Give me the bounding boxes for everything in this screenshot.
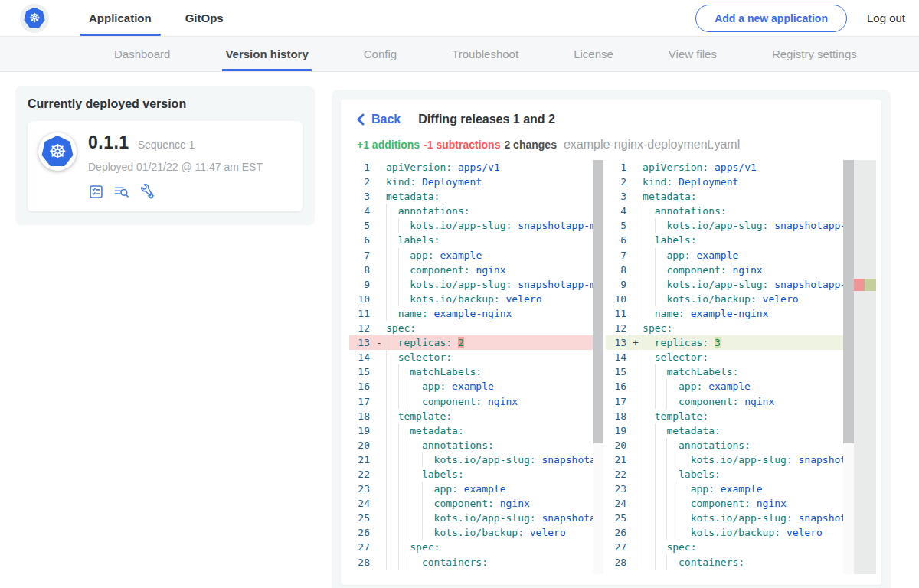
diff-stats: +1 additions -1 subtractions 2 changes e… (357, 138, 876, 152)
code-line: 26kots.io/backup: velero (349, 525, 603, 540)
code-line: 16app: example (349, 379, 603, 394)
subnav-item-version-history[interactable]: Version history (222, 37, 311, 71)
deployed-version-tile: ☸ 0.1.1 Sequence 1 Deployed 01/21/22 @ 1… (28, 121, 303, 211)
code-line: 2kind: Deployment (606, 175, 876, 189)
code-line: 1apiVersion: apps/v1 (606, 160, 876, 175)
code-line: 19metadata: (606, 423, 876, 438)
code-line: 17component: nginx (606, 394, 876, 409)
edit-config-icon[interactable] (139, 183, 155, 200)
code-line: 26kots.io/backup: velero (606, 525, 876, 540)
logout-link[interactable]: Log out (867, 11, 905, 24)
code-line: 25kots.io/app-slug: snapshotap (606, 511, 876, 525)
code-line: 3metadata: (349, 189, 603, 204)
version-number: 0.1.1 (88, 132, 129, 153)
code-line: 8component: nginx (349, 263, 603, 277)
subnav-item-config[interactable]: Config (361, 37, 400, 71)
code-line: 21kots.io/app-slug: snapshotap (606, 452, 876, 467)
code-line: 14selector: (349, 350, 603, 364)
code-line: 27spec: (349, 540, 603, 554)
code-line: 19metadata: (349, 423, 603, 438)
subnav-item-dashboard[interactable]: Dashboard (111, 37, 173, 71)
code-line: 21kots.io/app-slug: snapshotap (349, 452, 603, 467)
diff-editor: 1apiVersion: apps/v12kind: Deployment3me… (349, 160, 876, 574)
code-line: 12spec: (349, 321, 603, 335)
code-line: 3metadata: (606, 189, 876, 204)
code-line: 22labels: (606, 467, 876, 482)
code-line: 1apiVersion: apps/v1 (349, 160, 603, 175)
code-line: 4annotations: (606, 204, 876, 218)
subnav-item-license[interactable]: License (571, 37, 616, 71)
code-line: 28containers: (606, 555, 876, 570)
deployed-timestamp: Deployed 01/21/22 @ 11:47 am EST (88, 161, 263, 173)
subnav-item-troubleshoot[interactable]: Troubleshoot (449, 37, 522, 71)
deployed-card-title: Currently deployed version (28, 97, 303, 111)
code-line: 4annotations: (349, 204, 603, 218)
code-line: 14selector: (606, 350, 876, 364)
code-line: 16app: example (606, 379, 876, 394)
scrollbar-thumb[interactable] (593, 160, 603, 443)
code-line: 7app: example (606, 248, 876, 263)
diff-pane-original[interactable]: 1apiVersion: apps/v12kind: Deployment3me… (349, 160, 603, 574)
ruler-deletion-marker (854, 279, 865, 291)
diff-pane-modified[interactable]: 1apiVersion: apps/v12kind: Deployment3me… (606, 160, 876, 574)
diff-title: Diffing releases 1 and 2 (418, 113, 555, 126)
code-line: 5kots.io/app-slug: snapshotapp-mu (606, 218, 876, 233)
code-line: 17component: nginx (349, 394, 603, 409)
additions-count: +1 additions (357, 139, 420, 151)
back-button[interactable]: Back (357, 113, 401, 126)
diff-panel: Back Diffing releases 1 and 2 +1 additio… (332, 90, 891, 588)
sequence-label: Sequence 1 (138, 139, 195, 151)
app-subnav: Dashboard Version history Config Trouble… (0, 37, 919, 72)
main-content: Currently deployed version ☸ 0.1.1 Seque… (0, 72, 919, 588)
code-line: 18template: (349, 409, 603, 423)
code-line: 11name: example-nginx (606, 306, 876, 321)
code-line: 12spec: (606, 321, 876, 335)
tab-gitops[interactable]: GitOps (168, 0, 240, 36)
code-line: 10kots.io/backup: velero (606, 292, 876, 306)
modified-code: 1apiVersion: apps/v12kind: Deployment3me… (606, 160, 876, 570)
diff-card: Back Diffing releases 1 and 2 +1 additio… (341, 100, 881, 585)
code-line: 23app: example (349, 482, 603, 496)
view-logs-icon[interactable] (113, 184, 130, 200)
scrollbar-thumb[interactable] (843, 160, 854, 443)
code-line: 18template: (606, 409, 876, 423)
add-application-button[interactable]: Add a new application (695, 5, 847, 32)
code-line: 9kots.io/app-slug: snapshotapp-mu (606, 277, 876, 292)
changes-count: 2 changes (504, 139, 556, 151)
code-line: 20annotations: (606, 438, 876, 452)
code-line: 7app: example (349, 248, 603, 263)
code-line: 11name: example-nginx (349, 306, 603, 321)
code-line: 23app: example (606, 482, 876, 496)
subnav-item-registry-settings[interactable]: Registry settings (769, 37, 860, 71)
code-line: 13-replicas: 2 (349, 335, 603, 350)
code-line: 6labels: (349, 233, 603, 247)
code-line: 13+replicas: 3 (606, 335, 876, 350)
top-navbar: ☸ Application GitOps Add a new applicati… (0, 0, 919, 37)
currently-deployed-card: Currently deployed version ☸ 0.1.1 Seque… (15, 86, 315, 225)
app-icon: ☸ (38, 132, 77, 171)
code-line: 6labels: (606, 233, 876, 247)
subnav-item-view-files[interactable]: View files (666, 37, 720, 71)
kubernetes-wheel-icon: ☸ (48, 142, 66, 162)
chevron-left-icon (357, 113, 365, 126)
code-line: 15matchLabels: (349, 364, 603, 379)
release-notes-icon[interactable] (88, 184, 104, 200)
ruler-addition-marker (865, 279, 876, 291)
code-line: 15matchLabels: (606, 364, 876, 379)
primary-tabs: Application GitOps (72, 0, 240, 36)
tab-application[interactable]: Application (72, 0, 168, 36)
subtractions-count: -1 subtractions (424, 139, 500, 151)
kubernetes-wheel-icon: ☸ (28, 11, 40, 24)
kubernetes-logo: ☸ (20, 4, 49, 33)
code-line: 10kots.io/backup: velero (349, 292, 603, 306)
code-line: 27spec: (606, 540, 876, 554)
code-line: 2kind: Deployment (349, 175, 603, 189)
diff-filename: example-nginx-deployment.yaml (564, 138, 740, 152)
diff-overview-ruler (854, 160, 876, 574)
code-line: 24component: nginx (606, 496, 876, 511)
code-line: 24component: nginx (349, 496, 603, 511)
original-code: 1apiVersion: apps/v12kind: Deployment3me… (349, 160, 603, 570)
code-line: 28containers: (349, 555, 603, 570)
code-line: 8component: nginx (606, 263, 876, 277)
code-line: 5kots.io/app-slug: snapshotapp-mu (349, 218, 603, 233)
